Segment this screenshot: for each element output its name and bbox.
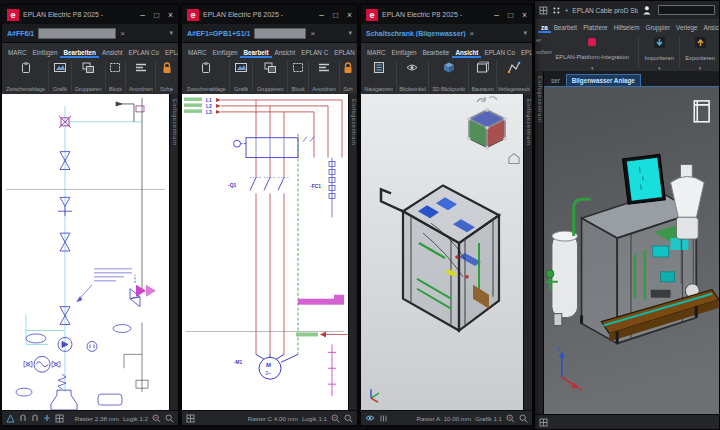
zoom-out-icon[interactable] xyxy=(331,414,340,423)
tab-ansicht[interactable]: Ansic xyxy=(700,22,719,33)
tab-bearbeiten[interactable]: Bearbeite xyxy=(419,47,452,58)
page-tab-bar: A#FF6/1 × ▾ xyxy=(2,24,178,43)
3d-view-cabinet[interactable] xyxy=(361,94,523,410)
group-schal[interactable]: Schal xyxy=(157,59,176,94)
dock-tab-einfuegezentrum[interactable]: Einfügezentrum xyxy=(523,94,532,410)
title-bar[interactable]: e EPLAN Electric P8 2025 - – □ × xyxy=(182,5,357,24)
page-tab-close-icon[interactable]: × xyxy=(470,29,475,38)
title-bar[interactable]: e EPLAN Electric P8 2025 - – □ × xyxy=(2,5,178,24)
zoom-in-icon[interactable] xyxy=(165,414,174,423)
group-blickwinkel[interactable]: Blickwinkel xyxy=(398,59,428,94)
tab-bearbeiten[interactable]: Bearbeiten xyxy=(60,47,99,58)
tab-platzieren[interactable]: Platziere xyxy=(580,22,611,33)
maximize-button[interactable]: □ xyxy=(508,10,513,20)
maximize-button[interactable]: □ xyxy=(333,10,338,20)
magnet-icon[interactable] xyxy=(19,414,27,422)
group-grafik[interactable]: Grafik xyxy=(50,59,70,94)
doc-tab-partial[interactable]: ser xyxy=(546,75,565,86)
tab-eplan-co[interactable]: EPLAN Co xyxy=(126,47,162,58)
tab-overflow-icon[interactable]: ▾ xyxy=(523,29,527,37)
page-tab-close-icon[interactable]: × xyxy=(310,29,315,38)
view-cube[interactable] xyxy=(467,108,507,149)
user-icon[interactable] xyxy=(642,5,652,15)
group-verlegestrecken[interactable]: Verlegestreck xyxy=(497,59,530,94)
home-icon[interactable] xyxy=(509,154,519,164)
maximize-button[interactable]: □ xyxy=(154,10,159,20)
page-tab-close-icon[interactable]: × xyxy=(120,29,125,38)
tab-hilfselemente[interactable]: Hilfselem xyxy=(611,22,643,33)
minimize-button[interactable]: – xyxy=(140,10,145,20)
tab-einfuegen[interactable]: Einfügen xyxy=(210,47,241,58)
grid-icon[interactable] xyxy=(55,414,64,423)
tab-eplan-co[interactable]: EPLAN Co xyxy=(481,47,517,58)
tab-eplan-c[interactable]: EPLAN C xyxy=(298,47,331,58)
tab-einfuegen[interactable]: Einfügen xyxy=(30,47,61,58)
group-sch[interactable]: Sch xyxy=(341,59,355,94)
zoom-in-icon[interactable] xyxy=(519,414,528,423)
grid-icon[interactable] xyxy=(186,414,195,423)
eplan-plattform-integration-button[interactable]: EPLAN-Plattform-Integration ▾ xyxy=(547,34,637,71)
tab-bearbeiten[interactable]: Bearbeit xyxy=(240,47,271,58)
tab-marc[interactable]: MARC xyxy=(364,47,389,58)
group-zwischenablage[interactable]: Zwischenablage xyxy=(4,59,47,94)
tab-gruppieren[interactable]: Gruppier xyxy=(643,22,674,33)
four-dots-icon[interactable] xyxy=(552,6,561,15)
close-button[interactable]: × xyxy=(347,10,352,20)
plus-icon[interactable] xyxy=(43,414,51,422)
tab-eplan-h[interactable]: EPLAN H xyxy=(331,47,357,58)
page-tab[interactable]: Schaltschrank (Bilgenwasser) xyxy=(366,30,466,37)
tab-ansicht[interactable]: Ansicht xyxy=(272,47,299,58)
eye-icon[interactable] xyxy=(365,414,375,422)
magnet-icon[interactable] xyxy=(31,414,39,422)
grid-icon[interactable] xyxy=(539,418,548,427)
exportieren-button[interactable]: Exportieren ▾ xyxy=(681,34,719,71)
3d-view-machine[interactable]: Z X xyxy=(544,87,719,414)
tab-eplan-hs[interactable]: EPLAN Hs xyxy=(162,47,178,58)
dock-tab-einfuegezentrum[interactable]: Einfügezentrum xyxy=(169,94,178,410)
tab-ansicht[interactable]: Ansicht xyxy=(99,47,126,58)
group-anordnen[interactable]: Anordnen xyxy=(127,59,154,94)
tab-ansicht[interactable]: Ansicht xyxy=(452,47,481,58)
dock-tab-einfuegezentrum[interactable]: Einfügezentrum xyxy=(348,94,357,410)
tab-eplan-he[interactable]: EPLAN He xyxy=(518,47,532,58)
close-button[interactable]: × xyxy=(522,10,527,20)
zoom-in-icon[interactable] xyxy=(344,414,353,423)
group-anordnen[interactable]: Anordnen xyxy=(310,59,338,94)
zoom-out-icon[interactable] xyxy=(152,414,161,423)
dock-tab-einfuegezentrum[interactable]: Einfügezentrum xyxy=(535,71,544,414)
group-navigatoren[interactable]: Navigatoren xyxy=(363,59,395,94)
tab-za[interactable]: za xyxy=(538,22,551,33)
electric-schematic-canvas[interactable]: L1 L2 L3 xyxy=(182,94,348,410)
tab-marc[interactable]: MARC xyxy=(185,47,210,58)
tab-overflow-icon[interactable]: ▾ xyxy=(348,29,352,37)
app-grid-icon[interactable] xyxy=(539,6,548,15)
group-gruppieren[interactable]: Gruppieren xyxy=(254,59,286,94)
minimize-button[interactable]: – xyxy=(494,10,499,20)
tab-marc[interactable]: MARC xyxy=(5,47,30,58)
search-input[interactable] xyxy=(658,5,715,15)
pid-schematic-canvas[interactable] xyxy=(2,94,169,410)
draft-icon[interactable] xyxy=(6,414,15,423)
group-block[interactable]: Block xyxy=(289,59,307,94)
group-grafik[interactable]: Grafik xyxy=(231,59,251,94)
group-zwischenablage[interactable]: Zwischenablage xyxy=(184,59,228,94)
group-3d-blickpunkt[interactable]: 3D-Blickpunkt xyxy=(430,59,467,94)
page-tab[interactable]: A#FF6/1 xyxy=(7,30,34,37)
tab-einfuegen[interactable]: Einfügen xyxy=(389,47,420,58)
group-gruppieren[interactable]: Gruppieren xyxy=(73,59,104,94)
layers-icon[interactable] xyxy=(379,414,388,423)
page-tab[interactable]: A#EF1=GPB1+S1/1 xyxy=(187,30,250,37)
page-tab-rename-input[interactable] xyxy=(38,28,116,39)
minimize-button[interactable]: – xyxy=(319,10,324,20)
importieren-button[interactable]: Importieren ▾ xyxy=(640,34,678,71)
tab-bearbeiten[interactable]: Bearbeit xyxy=(551,22,580,33)
tab-overflow-icon[interactable]: ▾ xyxy=(169,29,173,37)
zoom-out-icon[interactable] xyxy=(506,414,515,423)
group-block[interactable]: Block xyxy=(106,59,124,94)
title-bar[interactable]: e EPLAN Electric P8 2025 - – □ × xyxy=(361,5,532,24)
doc-tab-bilgenwasser-anlage[interactable]: Bilgenwasser Anlage xyxy=(566,74,641,86)
close-button[interactable]: × xyxy=(168,10,173,20)
group-bauraum[interactable]: Bauraum xyxy=(470,59,494,94)
page-tab-rename-input[interactable] xyxy=(254,28,306,39)
tab-verlegen[interactable]: Verlege xyxy=(673,22,700,33)
